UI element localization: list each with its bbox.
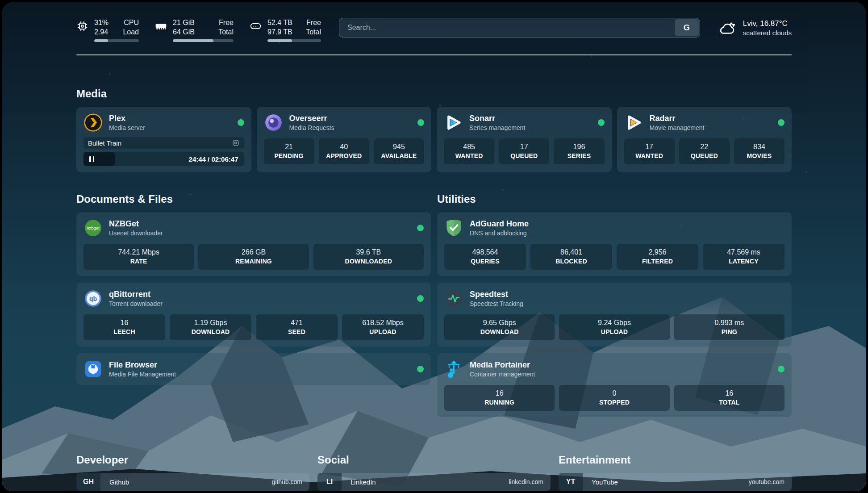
nzbget-icon: nzbget: [83, 218, 103, 238]
qbittorrent-icon: qb: [83, 289, 103, 308]
now-playing-title: Bullet Train: [88, 139, 121, 147]
search-input[interactable]: [339, 18, 674, 37]
stat-row: 498,564 QUERIES 86,401 BLOCKED: [444, 244, 785, 270]
service-card[interactable]: AdGuard Home DNS and adblocking 498,564: [437, 212, 792, 276]
service-card[interactable]: Speedtest Speedtest Tracking 9.65 Gbps: [437, 283, 792, 347]
memory-free-value: 21 GiB: [173, 18, 195, 27]
stat-label: FILTERED: [618, 258, 697, 265]
stat-box: 16 RUNNING: [444, 385, 555, 411]
stat-value: 471: [258, 318, 336, 327]
cpu-icon: [76, 20, 88, 32]
section-utilities: Utilities AdGuard Home DNS and adblockin…: [437, 193, 792, 417]
stat-value: 2,956: [618, 248, 697, 257]
service-name: AdGuard Home: [470, 219, 529, 229]
overseerr-icon: [264, 113, 283, 132]
bookmark-link[interactable]: LI LinkedIn linkedin.com: [317, 473, 551, 491]
service-card[interactable]: Media Portainer Container management 16: [437, 353, 792, 417]
stat-label: RATE: [85, 258, 192, 265]
status-dot: [778, 366, 785, 372]
stat-box: 9.24 Gbps UPLOAD: [559, 314, 669, 340]
service-subtitle: Series management: [469, 124, 525, 132]
bookmark-name: Github: [100, 473, 265, 491]
stat-value: 9.24 Gbps: [561, 318, 668, 327]
stat-box: 834 MOVIES: [734, 138, 785, 164]
service-subtitle: Media server: [109, 124, 145, 132]
stat-box: 1.19 Gbps DOWNLOAD: [170, 314, 251, 340]
cpu-usage-label: CPU: [124, 18, 139, 27]
stat-box: 9.65 Gbps DOWNLOAD: [444, 314, 555, 340]
stat-label: QUERIES: [446, 258, 524, 265]
weather-summary: Lviv, 16.87°C: [743, 19, 792, 29]
service-name: Overseerr: [289, 113, 334, 124]
bookmark-list: LI LinkedIn linkedin.com TW Twitter twit…: [317, 473, 551, 491]
stat-label: WANTED: [626, 152, 673, 160]
bookmark-name: YouTube: [583, 473, 742, 491]
stat-row: 16 RUNNING 0 STOPPED: [444, 385, 785, 411]
bookmark-group-title: Social: [317, 454, 551, 466]
search-provider-button[interactable]: G: [675, 19, 699, 36]
stat-label: DOWNLOADED: [315, 258, 422, 265]
service-subtitle: Media Requests: [289, 124, 334, 132]
media-card-grid: Plex Media server Bullet Train: [76, 107, 792, 172]
stat-label: QUEUED: [501, 152, 547, 160]
filebrowser-icon: [83, 359, 103, 379]
service-card[interactable]: File Browser Media File Management: [76, 353, 431, 385]
service-card[interactable]: qb qBittorrent Torrent downloader: [76, 283, 431, 347]
bookmark-group-title: Entertainment: [559, 454, 792, 466]
stat-value: 618.52 Mbps: [344, 318, 422, 327]
stat-box: 16 TOTAL: [674, 385, 785, 411]
service-card[interactable]: Sonarr Series management 485 WANTE: [437, 107, 612, 172]
service-card[interactable]: Overseerr Media Requests 21 PENDIN: [257, 107, 432, 172]
svg-text:nzbget: nzbget: [87, 226, 100, 230]
stat-value: 196: [555, 142, 602, 151]
stat-value: 40: [321, 142, 367, 151]
stat-box: 498,564 QUERIES: [444, 244, 526, 270]
status-dot: [417, 119, 424, 126]
stat-label: REMAINING: [200, 258, 307, 265]
bookmark-link[interactable]: YT YouTube youtube.com: [559, 473, 792, 491]
stat-value: 485: [446, 142, 492, 151]
status-dot: [598, 119, 605, 126]
service-subtitle: Media File Management: [109, 371, 176, 378]
stat-box: 2,956 FILTERED: [617, 244, 698, 270]
stat-value: 16: [85, 318, 163, 327]
bookmark-abbr: YT: [559, 473, 583, 491]
service-subtitle: Usenet downloader: [109, 230, 163, 237]
stat-label: LEECH: [85, 328, 163, 336]
adguard-icon: [444, 218, 463, 238]
bookmark-group-title: Developer: [76, 454, 309, 466]
dashboard: 31%CPU 2.94Load 21 GiBFree 64 GiBTotal: [2, 2, 866, 491]
ram-icon: [155, 20, 167, 32]
service-name: qBittorrent: [109, 289, 163, 300]
bookmark-groups: Developer GH Github github.com SO: [76, 454, 792, 491]
status-dot: [417, 295, 424, 302]
bookmark-list: GH Github github.com SO StackOverflow st…: [76, 473, 309, 491]
service-card[interactable]: nzbget NZBGet Usenet downloader: [76, 212, 431, 276]
service-subtitle: Container management: [470, 371, 535, 378]
service-subtitle: Torrent downloader: [109, 300, 163, 308]
service-card[interactable]: Plex Media server Bullet Train: [76, 107, 251, 172]
stat-box: 16 LEECH: [83, 314, 165, 340]
status-dot: [238, 119, 244, 126]
stat-box: 471 SEED: [256, 314, 338, 340]
status-dot: [417, 225, 424, 231]
stat-value: 16: [446, 389, 553, 398]
stat-row: 21 PENDING 40 APPROVED 945: [264, 138, 425, 164]
stat-label: MOVIES: [736, 152, 783, 160]
stat-value: 16: [676, 389, 783, 398]
stat-box: 196 SERIES: [554, 138, 604, 164]
stat-label: PENDING: [266, 152, 313, 160]
system-bar: 31%CPU 2.94Load 21 GiBFree 64 GiBTotal: [2, 2, 866, 42]
stat-label: LATENCY: [705, 258, 783, 265]
plex-icon: [83, 113, 103, 132]
bookmark-url: linkedin.com: [501, 473, 551, 491]
stat-label: QUEUED: [681, 152, 728, 160]
cpu-progress-bar: [94, 39, 139, 42]
service-card[interactable]: Radarr Movie management 17 WANTED: [617, 107, 792, 172]
service-name: Plex: [109, 113, 145, 124]
stat-label: SEED: [258, 328, 336, 336]
stat-box: 0.993 ms PING: [674, 314, 785, 340]
bookmark-link[interactable]: GH Github github.com: [76, 473, 309, 491]
disk-total-label: Total: [306, 27, 321, 37]
stat-box: 47.569 ms LATENCY: [703, 244, 785, 270]
